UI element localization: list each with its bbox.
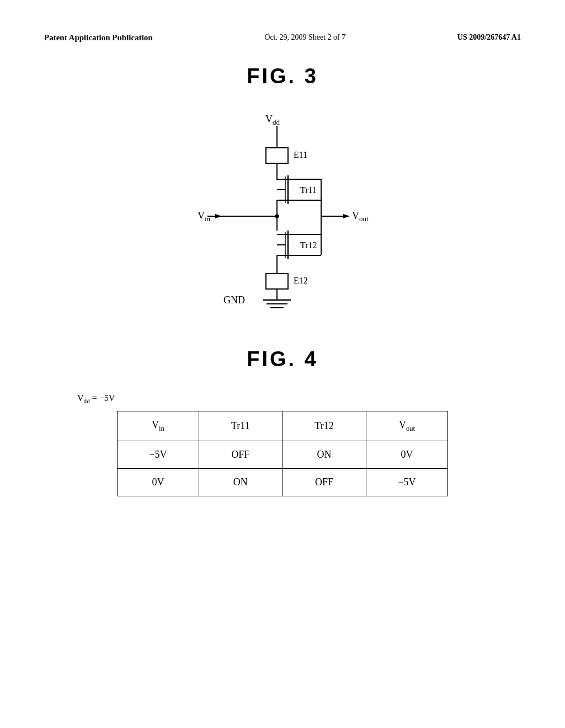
circuit-svg: Vdd E11 Tr11	[150, 110, 415, 320]
svg-rect-1	[266, 148, 288, 163]
cell-tr12-2: OFF	[282, 468, 366, 496]
fig4-section: FIG. 4 Vdd = −5V Vin Tr11 Tr12 Vout −5V …	[44, 347, 521, 496]
gnd-label: GND	[223, 295, 245, 306]
tr11-label: Tr11	[300, 185, 317, 195]
vdd-condition: Vdd = −5V	[77, 393, 521, 404]
table-row: −5V OFF ON 0V	[118, 441, 448, 468]
cell-tr11-2: ON	[199, 468, 282, 496]
vdd-label-text: Vdd	[265, 114, 280, 126]
table-row: 0V ON OFF −5V	[118, 468, 448, 496]
truth-table: Vin Tr11 Tr12 Vout −5V OFF ON 0V 0V ON O…	[117, 411, 448, 496]
page-header: Patent Application Publication Oct. 29, …	[44, 33, 521, 42]
e12-label: E12	[294, 276, 308, 285]
fig3-title: FIG. 3	[44, 65, 521, 88]
vout-arrow	[343, 214, 350, 218]
svg-rect-28	[266, 274, 288, 289]
col-header-tr12: Tr12	[282, 411, 366, 441]
e11-label: E11	[294, 150, 307, 159]
cell-vout-2: −5V	[366, 468, 448, 496]
tr12-label: Tr12	[300, 240, 317, 250]
table-header-row: Vin Tr11 Tr12 Vout	[118, 411, 448, 441]
vout-label: Vout	[352, 210, 369, 223]
vin-arrow	[215, 214, 222, 218]
node-dot-vin	[275, 215, 279, 218]
fig4-title: FIG. 4	[44, 347, 521, 371]
col-header-tr11: Tr11	[199, 411, 282, 441]
header-patent-number: US 2009/267647 A1	[457, 33, 521, 42]
header-publication-label: Patent Application Publication	[44, 33, 153, 42]
col-header-vin: Vin	[118, 411, 199, 441]
cell-vout-1: 0V	[366, 441, 448, 468]
cell-tr12-1: ON	[282, 441, 366, 468]
col-header-vout: Vout	[366, 411, 448, 441]
page: Patent Application Publication Oct. 29, …	[0, 0, 565, 728]
vdd-v-label: Vdd = −5V	[77, 393, 115, 403]
header-date-sheet: Oct. 29, 2009 Sheet 2 of 7	[264, 33, 345, 42]
cell-vin-1: −5V	[118, 441, 199, 468]
fig3-diagram: Vdd E11 Tr11	[44, 110, 521, 320]
cell-vin-2: 0V	[118, 468, 199, 496]
cell-tr11-1: OFF	[199, 441, 282, 468]
